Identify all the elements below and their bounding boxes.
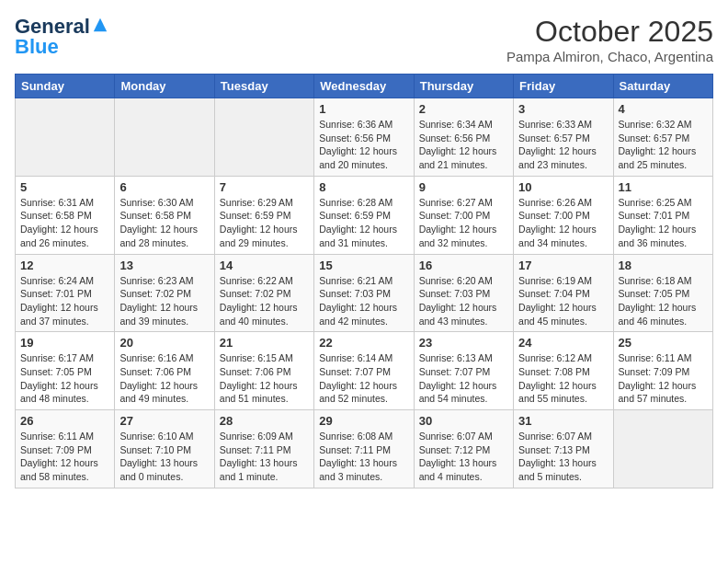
day-number: 20: [119, 336, 209, 350]
day-info: Sunrise: 6:27 AM Sunset: 7:00 PM Dayligh…: [419, 196, 508, 250]
calendar-day-cell: 8Sunrise: 6:28 AM Sunset: 6:59 PM Daylig…: [314, 176, 414, 254]
day-number: 5: [20, 180, 109, 194]
calendar-day-cell: 15Sunrise: 6:21 AM Sunset: 7:03 PM Dayli…: [314, 254, 414, 332]
day-info: Sunrise: 6:28 AM Sunset: 6:59 PM Dayligh…: [319, 196, 408, 250]
calendar-day-cell: 17Sunrise: 6:19 AM Sunset: 7:04 PM Dayli…: [514, 254, 613, 332]
day-number: 26: [20, 414, 109, 428]
calendar-day-cell: 14Sunrise: 6:22 AM Sunset: 7:02 PM Dayli…: [214, 254, 313, 332]
calendar-day-cell: 22Sunrise: 6:14 AM Sunset: 7:07 PM Dayli…: [314, 332, 414, 410]
day-number: 12: [20, 259, 109, 272]
calendar-week-row: 19Sunrise: 6:17 AM Sunset: 7:05 PM Dayli…: [16, 332, 713, 410]
weekday-header: Wednesday: [314, 75, 414, 98]
calendar-day-cell: 26Sunrise: 6:11 AM Sunset: 7:09 PM Dayli…: [16, 410, 115, 488]
day-info: Sunrise: 6:18 AM Sunset: 7:05 PM Dayligh…: [619, 274, 708, 328]
logo: General Blue: [15, 15, 108, 59]
day-number: 3: [518, 102, 608, 116]
day-number: 30: [419, 414, 508, 428]
day-info: Sunrise: 6:26 AM Sunset: 7:00 PM Dayligh…: [518, 196, 608, 250]
day-number: 22: [319, 336, 408, 350]
calendar-day-cell: 18Sunrise: 6:18 AM Sunset: 7:05 PM Dayli…: [613, 254, 712, 332]
svg-marker-0: [94, 18, 107, 31]
day-number: 8: [319, 180, 408, 194]
calendar-day-cell: 25Sunrise: 6:11 AM Sunset: 7:09 PM Dayli…: [613, 332, 712, 410]
calendar-day-cell: 20Sunrise: 6:16 AM Sunset: 7:06 PM Dayli…: [115, 332, 214, 410]
day-number: 11: [619, 180, 708, 194]
logo-blue: Blue: [15, 35, 59, 59]
calendar-day-cell: 3Sunrise: 6:33 AM Sunset: 6:57 PM Daylig…: [514, 98, 613, 177]
calendar-day-cell: 4Sunrise: 6:32 AM Sunset: 6:57 PM Daylig…: [613, 98, 712, 177]
day-info: Sunrise: 6:07 AM Sunset: 7:13 PM Dayligh…: [518, 430, 608, 484]
title-block: October 2025 Pampa Almiron, Chaco, Argen…: [506, 15, 713, 64]
weekday-header: Tuesday: [214, 75, 313, 98]
day-info: Sunrise: 6:11 AM Sunset: 7:09 PM Dayligh…: [20, 430, 109, 484]
day-number: 17: [518, 259, 608, 272]
day-number: 14: [220, 259, 309, 272]
weekday-header: Friday: [514, 75, 613, 98]
day-info: Sunrise: 6:32 AM Sunset: 6:57 PM Dayligh…: [619, 118, 708, 172]
weekday-header: Saturday: [613, 75, 712, 98]
calendar-day-cell: 29Sunrise: 6:08 AM Sunset: 7:11 PM Dayli…: [314, 410, 414, 488]
day-info: Sunrise: 6:19 AM Sunset: 7:04 PM Dayligh…: [518, 274, 608, 328]
day-number: 10: [518, 180, 608, 194]
day-number: 1: [319, 102, 408, 116]
calendar-day-cell: 16Sunrise: 6:20 AM Sunset: 7:03 PM Dayli…: [414, 254, 513, 332]
calendar-day-cell: 28Sunrise: 6:09 AM Sunset: 7:11 PM Dayli…: [214, 410, 313, 488]
calendar-week-row: 26Sunrise: 6:11 AM Sunset: 7:09 PM Dayli…: [16, 410, 713, 488]
day-info: Sunrise: 6:12 AM Sunset: 7:08 PM Dayligh…: [518, 351, 608, 406]
day-number: 31: [518, 414, 608, 428]
day-info: Sunrise: 6:29 AM Sunset: 6:59 PM Dayligh…: [220, 196, 309, 250]
calendar-day-cell: 11Sunrise: 6:25 AM Sunset: 7:01 PM Dayli…: [613, 176, 712, 254]
day-info: Sunrise: 6:10 AM Sunset: 7:10 PM Dayligh…: [119, 430, 209, 484]
day-number: 18: [619, 259, 708, 272]
day-info: Sunrise: 6:33 AM Sunset: 6:57 PM Dayligh…: [518, 118, 608, 172]
calendar-day-cell: 6Sunrise: 6:30 AM Sunset: 6:58 PM Daylig…: [115, 176, 214, 254]
day-info: Sunrise: 6:22 AM Sunset: 7:02 PM Dayligh…: [220, 274, 309, 328]
day-info: Sunrise: 6:34 AM Sunset: 6:56 PM Dayligh…: [419, 118, 508, 172]
day-number: 6: [119, 180, 209, 194]
calendar-day-cell: 12Sunrise: 6:24 AM Sunset: 7:01 PM Dayli…: [16, 254, 115, 332]
day-info: Sunrise: 6:36 AM Sunset: 6:56 PM Dayligh…: [319, 118, 408, 172]
calendar-day-cell: 2Sunrise: 6:34 AM Sunset: 6:56 PM Daylig…: [414, 98, 513, 177]
page-header: General Blue October 2025 Pampa Almiron,…: [15, 15, 713, 64]
calendar-day-cell: [115, 98, 214, 177]
day-info: Sunrise: 6:24 AM Sunset: 7:01 PM Dayligh…: [20, 274, 109, 328]
day-number: 7: [220, 180, 309, 194]
day-info: Sunrise: 6:31 AM Sunset: 6:58 PM Dayligh…: [20, 196, 109, 250]
calendar-week-row: 5Sunrise: 6:31 AM Sunset: 6:58 PM Daylig…: [16, 176, 713, 254]
calendar-day-cell: [214, 98, 313, 177]
location: Pampa Almiron, Chaco, Argentina: [506, 49, 713, 64]
day-number: 25: [619, 336, 708, 350]
day-info: Sunrise: 6:17 AM Sunset: 7:05 PM Dayligh…: [20, 351, 109, 406]
day-number: 29: [319, 414, 408, 428]
calendar-day-cell: 23Sunrise: 6:13 AM Sunset: 7:07 PM Dayli…: [414, 332, 513, 410]
calendar-week-row: 12Sunrise: 6:24 AM Sunset: 7:01 PM Dayli…: [16, 254, 713, 332]
calendar-day-cell: 7Sunrise: 6:29 AM Sunset: 6:59 PM Daylig…: [214, 176, 313, 254]
calendar-day-cell: [613, 410, 712, 488]
day-info: Sunrise: 6:21 AM Sunset: 7:03 PM Dayligh…: [319, 274, 408, 328]
day-info: Sunrise: 6:11 AM Sunset: 7:09 PM Dayligh…: [619, 351, 708, 406]
day-number: 2: [419, 102, 508, 116]
day-info: Sunrise: 6:20 AM Sunset: 7:03 PM Dayligh…: [419, 274, 508, 328]
day-number: 23: [419, 336, 508, 350]
weekday-header: Monday: [115, 75, 214, 98]
calendar-day-cell: 9Sunrise: 6:27 AM Sunset: 7:00 PM Daylig…: [414, 176, 513, 254]
day-number: 9: [419, 180, 508, 194]
day-number: 19: [20, 336, 109, 350]
weekday-header: Sunday: [16, 75, 115, 98]
calendar-day-cell: 31Sunrise: 6:07 AM Sunset: 7:13 PM Dayli…: [514, 410, 613, 488]
calendar-day-cell: 30Sunrise: 6:07 AM Sunset: 7:12 PM Dayli…: [414, 410, 513, 488]
month-title: October 2025: [506, 15, 713, 49]
day-info: Sunrise: 6:25 AM Sunset: 7:01 PM Dayligh…: [619, 196, 708, 250]
day-info: Sunrise: 6:23 AM Sunset: 7:02 PM Dayligh…: [119, 274, 209, 328]
day-info: Sunrise: 6:30 AM Sunset: 6:58 PM Dayligh…: [119, 196, 209, 250]
calendar-day-cell: 13Sunrise: 6:23 AM Sunset: 7:02 PM Dayli…: [115, 254, 214, 332]
day-number: 13: [119, 259, 209, 272]
calendar-day-cell: 21Sunrise: 6:15 AM Sunset: 7:06 PM Dayli…: [214, 332, 313, 410]
day-info: Sunrise: 6:07 AM Sunset: 7:12 PM Dayligh…: [419, 430, 508, 484]
calendar-day-cell: [16, 98, 115, 177]
day-number: 15: [319, 259, 408, 272]
calendar-day-cell: 10Sunrise: 6:26 AM Sunset: 7:00 PM Dayli…: [514, 176, 613, 254]
calendar-day-cell: 5Sunrise: 6:31 AM Sunset: 6:58 PM Daylig…: [16, 176, 115, 254]
day-info: Sunrise: 6:08 AM Sunset: 7:11 PM Dayligh…: [319, 430, 408, 484]
day-number: 4: [619, 102, 708, 116]
